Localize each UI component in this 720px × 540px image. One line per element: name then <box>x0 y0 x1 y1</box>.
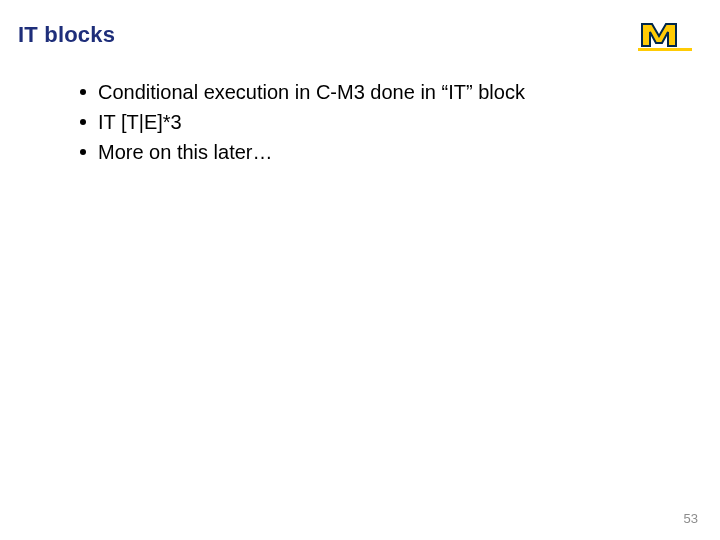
bullet-item: More on this later… <box>70 138 650 166</box>
university-logo-icon <box>638 18 692 52</box>
bullet-item: Conditional execution in C-M3 done in “I… <box>70 78 650 106</box>
page-number: 53 <box>684 511 698 526</box>
bullet-list: Conditional execution in C-M3 done in “I… <box>70 78 650 168</box>
bullet-item: IT [T|E]*3 <box>70 108 650 136</box>
slide-title: IT blocks <box>18 22 115 48</box>
slide: IT blocks Conditional execution in C-M3 … <box>0 0 720 540</box>
svg-rect-0 <box>638 48 692 51</box>
